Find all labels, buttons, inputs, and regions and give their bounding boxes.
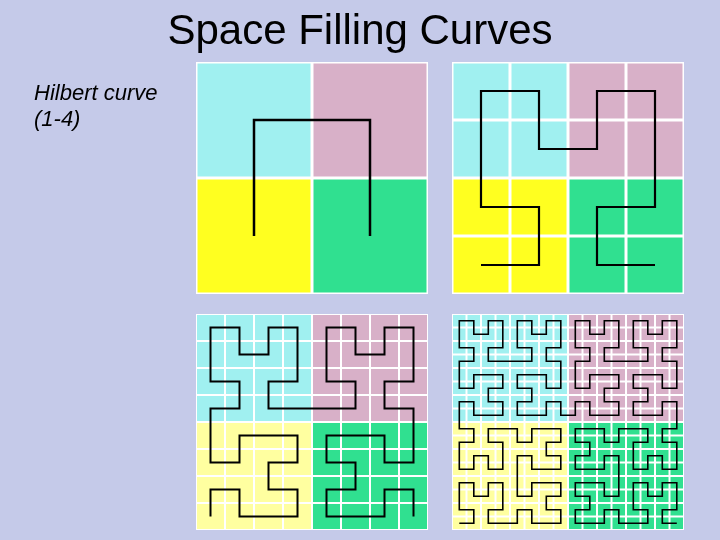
hilbert-order-4 — [452, 314, 684, 530]
label-line2: (1-4) — [34, 106, 80, 131]
slide-title: Space Filling Curves — [0, 6, 720, 54]
hilbert-order-1 — [196, 62, 428, 294]
curve-label: Hilbert curve (1-4) — [34, 80, 157, 133]
hilbert-order-2 — [452, 62, 684, 294]
label-line1: Hilbert curve — [34, 80, 157, 105]
hilbert-order-3 — [196, 314, 428, 530]
